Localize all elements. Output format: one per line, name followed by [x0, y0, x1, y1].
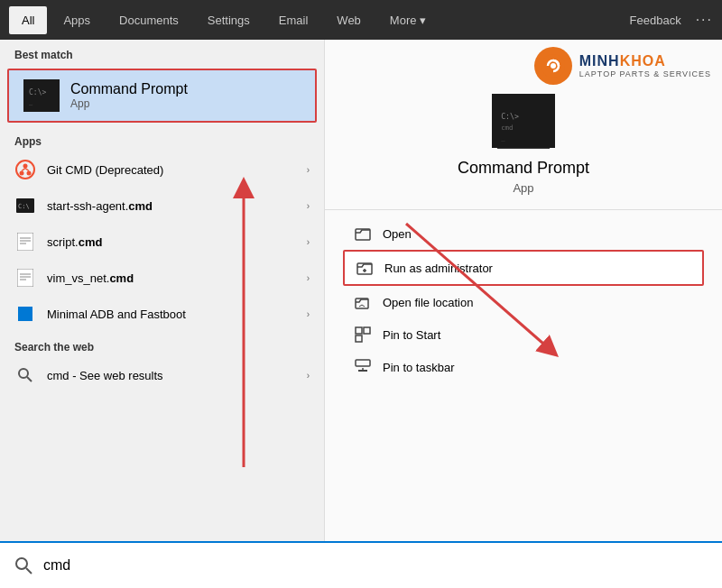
best-match-item[interactable]: C:\> _ Command Prompt App: [7, 69, 317, 123]
ssh-chevron: ›: [307, 201, 310, 211]
vim-chevron: ›: [307, 273, 310, 283]
svg-point-4: [23, 164, 28, 169]
run-admin-icon: [356, 259, 374, 277]
app-item-ssh[interactable]: C:\ start-ssh-agent.cmd ›: [0, 188, 324, 224]
svg-text:C:\>: C:\>: [501, 112, 519, 121]
svg-rect-27: [356, 229, 370, 240]
nav-tabs: All Apps Documents Settings Email Web Mo…: [9, 6, 630, 34]
adb-chevron: ›: [307, 309, 310, 319]
svg-rect-33: [356, 360, 370, 366]
action-list: Open Run as administrator: [325, 217, 722, 383]
main-content: Best match C:\> _ Command Prompt App App…: [0, 40, 722, 541]
svg-text:C:\>: C:\>: [29, 88, 46, 96]
app-preview-icon: C:\> cmd _: [492, 94, 555, 148]
gitcmd-icon: [14, 159, 36, 180]
action-pin-start[interactable]: Pin to Start: [343, 318, 704, 351]
svg-rect-30: [356, 327, 362, 334]
tab-email[interactable]: Email: [266, 6, 321, 34]
svg-point-19: [19, 369, 28, 378]
app-item-vim[interactable]: vim_vs_net.cmd ›: [0, 260, 324, 296]
svg-text:cmd: cmd: [501, 124, 513, 132]
open-icon: [354, 225, 372, 243]
left-panel: Best match C:\> _ Command Prompt App App…: [0, 40, 325, 541]
action-pin-taskbar-label: Pin to taskbar: [383, 361, 455, 374]
web-label: Search the web: [0, 332, 324, 357]
web-search-item[interactable]: cmd - See web results ›: [0, 357, 324, 393]
top-nav: All Apps Documents Settings Email Web Mo…: [0, 0, 722, 40]
brand-text: MINHKHOA LAPTOP PARTS & SERVICES: [579, 53, 711, 78]
brand-subtitle: LAPTOP PARTS & SERVICES: [579, 69, 711, 78]
action-run-admin[interactable]: Run as administrator: [343, 250, 704, 286]
adb-name: Minimal ADB and Fastboot: [47, 308, 296, 321]
svg-text:_: _: [501, 133, 505, 142]
svg-rect-15: [17, 269, 33, 287]
search-input[interactable]: [43, 557, 708, 574]
svg-rect-32: [356, 335, 362, 342]
pin-taskbar-icon: [354, 358, 372, 376]
svg-line-39: [26, 568, 32, 574]
web-chevron: ›: [307, 371, 310, 381]
ssh-icon: C:\: [14, 195, 36, 216]
action-pin-taskbar[interactable]: Pin to taskbar: [343, 351, 704, 383]
app-detail-name: Command Prompt: [458, 159, 589, 178]
pin-start-icon: [354, 326, 372, 344]
action-open-location[interactable]: Open file location: [343, 286, 704, 318]
svg-point-5: [20, 171, 24, 176]
brand-icon: [534, 47, 572, 85]
web-search-name: cmd - See web results: [47, 369, 296, 382]
best-match-label: Best match: [0, 40, 324, 65]
feedback-button[interactable]: Feedback: [630, 14, 681, 27]
nav-right: Feedback ···: [630, 12, 713, 28]
tab-all[interactable]: All: [9, 6, 47, 34]
tab-apps[interactable]: Apps: [51, 6, 103, 34]
search-bottom-icon: [14, 556, 32, 574]
best-match-text: Command Prompt App: [70, 81, 188, 110]
bottom-search-bar: [0, 541, 722, 588]
svg-point-6: [27, 171, 32, 176]
more-options-button[interactable]: ···: [696, 12, 713, 28]
best-match-subtitle: App: [70, 97, 188, 110]
app-detail-type: App: [513, 181, 533, 195]
ssh-name: start-ssh-agent.cmd: [47, 199, 296, 213]
gitcmd-name: Git CMD (Deprecated): [47, 163, 296, 177]
app-item-script[interactable]: script.cmd ›: [0, 224, 324, 260]
gitcmd-chevron: ›: [307, 165, 310, 175]
action-open[interactable]: Open: [343, 217, 704, 250]
tab-documents[interactable]: Documents: [106, 6, 191, 34]
vim-name: vim_vs_net.cmd: [47, 271, 296, 285]
tab-more[interactable]: More ▾: [377, 6, 439, 34]
script-name: script.cmd: [47, 235, 296, 249]
action-run-admin-label: Run as administrator: [384, 262, 493, 275]
best-match-title: Command Prompt: [70, 81, 188, 97]
svg-line-8: [25, 169, 29, 171]
svg-point-22: [551, 63, 556, 69]
brand-logo: MINHKHOA LAPTOP PARTS & SERVICES: [534, 47, 711, 85]
svg-rect-31: [364, 327, 370, 334]
app-detail: C:\> cmd _ Command Prompt App: [325, 40, 722, 383]
svg-point-3: [16, 161, 34, 179]
app-item-adb[interactable]: Minimal ADB and Fastboot ›: [0, 296, 324, 332]
svg-text:C:\: C:\: [18, 203, 30, 210]
right-panel: MINHKHOA LAPTOP PARTS & SERVICES C:\> cm…: [325, 40, 722, 541]
vim-icon: [14, 267, 36, 289]
brand-name: MINHKHOA: [579, 53, 711, 69]
adb-icon: [14, 303, 36, 325]
apps-label: Apps: [0, 126, 324, 152]
app-item-gitcmd[interactable]: Git CMD (Deprecated) ›: [0, 152, 324, 188]
tab-settings[interactable]: Settings: [195, 6, 263, 34]
svg-line-20: [27, 377, 32, 381]
svg-point-38: [16, 558, 27, 569]
svg-line-7: [22, 169, 25, 171]
action-pin-start-label: Pin to Start: [383, 328, 440, 342]
script-chevron: ›: [307, 237, 310, 247]
web-search-icon: [14, 364, 36, 386]
svg-rect-11: [17, 233, 33, 251]
action-open-label: Open: [383, 227, 412, 241]
script-icon: [14, 231, 36, 253]
action-open-location-label: Open file location: [383, 296, 473, 309]
cmd-app-icon: C:\> _: [23, 79, 60, 112]
tab-web[interactable]: Web: [324, 6, 374, 34]
open-location-icon: [354, 293, 372, 311]
